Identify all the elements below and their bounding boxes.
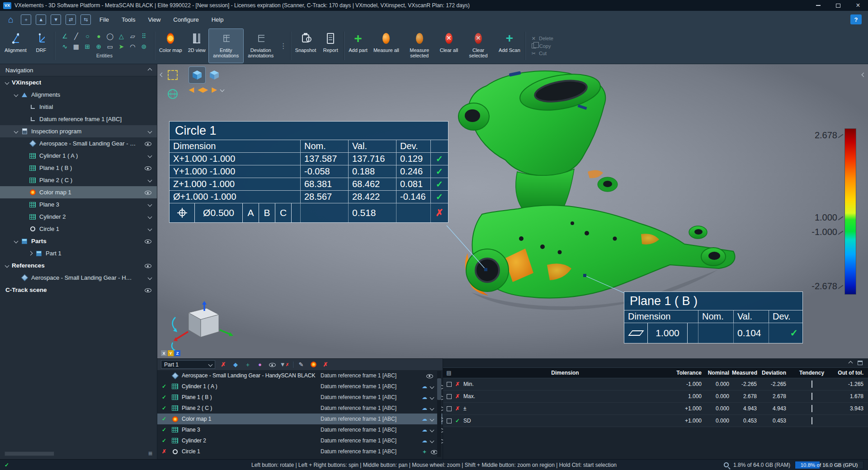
visibility-eye-icon[interactable] [144, 238, 151, 244]
swap-view-icon[interactable]: ◀▶ [198, 86, 208, 93]
tree-item-inspection-program[interactable]: Inspection program [0, 125, 157, 137]
visibility-eye-icon[interactable] [144, 287, 151, 293]
selection-lasso-button[interactable] [165, 67, 181, 83]
collapse-panel-icon[interactable] [849, 361, 853, 365]
result-row-sd[interactable]: ✓ SD +1.000 0.000 0.453 0.453 [443, 415, 868, 427]
chevron-down-icon[interactable] [430, 384, 434, 389]
plane-1-annotation[interactable]: Plane 1 ( B ) Dimension Nom. Val. Dev. 1… [624, 291, 803, 343]
circle-entity-icon[interactable]: ○ [85, 33, 89, 40]
cut-button[interactable]: ✂Cut [532, 51, 553, 56]
paint-tool-icon[interactable]: ● [256, 361, 264, 369]
tree-item-plane-3[interactable]: Plane 3 [0, 198, 157, 211]
sphere-entity-icon[interactable]: ⊕ [96, 43, 102, 50]
entity-row-plane-2[interactable]: ✓ Plane 2 ( C ) Datum reference frame 1 … [157, 403, 443, 414]
row-checkbox[interactable] [447, 382, 452, 387]
result-row-plusminus[interactable]: ✗ ± +1.000 0.000 4.943 4.943 3.943 [443, 403, 868, 415]
entity-row-aerospace[interactable]: Aerospace - Small Landing Gear - HandySC… [157, 370, 443, 381]
menu-tools[interactable]: Tools [116, 13, 141, 27]
open-session-icon[interactable]: ▲ [36, 14, 46, 25]
surface-icon[interactable]: ☁ [422, 405, 427, 411]
rectangle-entity-icon[interactable]: ▭ [107, 43, 113, 50]
surface-icon[interactable]: ☁ [422, 383, 427, 390]
arc-entity-icon[interactable]: ◠ [130, 43, 135, 50]
globe-view-button[interactable] [165, 86, 181, 102]
cone-entity-icon[interactable]: △ [119, 33, 124, 40]
visibility-eye-icon[interactable] [144, 262, 151, 269]
menu-help[interactable]: Help [206, 13, 230, 27]
entity-row-circle-1[interactable]: ✗ Circle 1 Datum reference frame 1 [ABC]… [157, 446, 443, 457]
remove-entity-icon[interactable]: ✗ [219, 361, 227, 369]
close-button[interactable]: × [848, 0, 868, 11]
view-navigation-cube[interactable] [164, 301, 236, 357]
tree-item-initial[interactable]: Initial [0, 101, 157, 113]
add-part-button[interactable]: + Add part [346, 29, 370, 63]
chevron-down-icon[interactable] [430, 417, 434, 421]
copy-button[interactable]: Copy [532, 43, 553, 49]
line-entity-icon[interactable]: ╱ [74, 33, 78, 40]
popout-window-icon[interactable] [858, 361, 863, 365]
horizontal-scrollbar[interactable] [5, 451, 54, 456]
chevron-down-icon[interactable] [430, 395, 434, 400]
ellipse-entity-icon[interactable]: ◯ [107, 33, 114, 40]
tree-item-ctrack-scene[interactable]: C-Track scene [0, 284, 157, 296]
view-mode-cube-alt-button[interactable] [206, 67, 222, 83]
tree-item-aerospace-reference[interactable]: Aerospace - Small Landing Gear - HandySC… [0, 272, 157, 284]
entity-row-cylinder-2[interactable]: ✓ Cylinder 2 Datum reference frame 1 [AB… [157, 435, 443, 446]
tree-item-part-1[interactable]: Part 1 [0, 247, 157, 259]
row-checkbox[interactable] [447, 394, 452, 399]
collapse-panel-icon[interactable] [148, 68, 152, 72]
chevron-down-icon[interactable] [148, 227, 152, 231]
entity-row-color-map-1[interactable]: ✓ Color map 1 Datum reference frame 1 [A… [157, 414, 443, 424]
angle-entity-icon[interactable]: ∠ [62, 33, 68, 40]
save-session-icon[interactable]: ▼ [51, 14, 61, 25]
surface-icon[interactable]: ☁ [422, 416, 427, 422]
result-row-max[interactable]: ✗ Max. 1.000 0.000 2.678 2.678 1.678 [443, 390, 868, 403]
collapse-left-panel-icon[interactable] [158, 70, 165, 80]
help-bubble-icon[interactable]: ? [850, 14, 862, 24]
tree-item-alignments[interactable]: Alignments [0, 89, 157, 101]
add-scan-button[interactable]: + Add Scan [496, 29, 523, 63]
entity-row-plane-3[interactable]: ✓ Plane 3 Datum reference frame 1 [ABC] … [157, 424, 443, 435]
grid-entity-icon[interactable]: ⊞ [85, 43, 90, 50]
surface-icon[interactable]: ☁ [422, 437, 427, 444]
entity-annotations-button[interactable]: Entity annotations [209, 29, 243, 63]
tree-item-datum-frame[interactable]: Datum reference frame 1 [ABC] [0, 113, 157, 125]
vertical-scrollbar[interactable] [437, 371, 441, 457]
edit-pencil-icon[interactable]: ✎ [297, 361, 305, 369]
expander-icon[interactable] [14, 239, 19, 244]
chevron-down-icon[interactable] [148, 129, 152, 134]
tree-item-circle-1[interactable]: Circle 1 [0, 223, 157, 235]
visibility-eye-icon[interactable] [144, 164, 151, 171]
3d-viewport[interactable]: ◀ ◀▶ ▶ Circle 1 Dimension Nom. Val. Dev.… [157, 64, 868, 358]
minimize-button[interactable] [808, 0, 828, 11]
entity-row-cylinder-1[interactable]: ✓ Cylinder 1 ( A ) Datum reference frame… [157, 381, 443, 392]
row-checkbox[interactable] [447, 406, 452, 411]
delete-icon[interactable]: ✗ [321, 361, 330, 369]
chevron-down-icon[interactable] [148, 154, 152, 158]
overflow-dots-icon[interactable]: ⋮ [278, 29, 288, 63]
home-icon[interactable]: ⌂ [4, 14, 18, 25]
axis-icon[interactable]: ＋ [422, 448, 427, 456]
expander-icon[interactable] [14, 129, 19, 134]
shapes-icon[interactable]: ◆ [231, 361, 240, 369]
vector-entity-icon[interactable]: ➤ [119, 43, 124, 50]
visibility-eye-icon[interactable] [268, 361, 276, 369]
tree-item-cylinder-1[interactable]: Cylinder 1 ( A ) [0, 150, 157, 162]
scrollbar-thumb[interactable] [437, 378, 441, 400]
prev-view-icon[interactable]: ◀ [189, 86, 194, 93]
drf-button[interactable]: DRF [30, 29, 52, 63]
measure-selected-button[interactable]: Measure selected [402, 29, 437, 63]
menu-file[interactable]: File [94, 13, 115, 27]
tree-item-cylinder-2[interactable]: Cylinder 2 [0, 211, 157, 223]
color-map-button[interactable]: Color map [156, 29, 185, 63]
view-mode-cube-button[interactable] [189, 67, 205, 83]
view-dropdown-icon[interactable] [220, 87, 225, 92]
import-icon[interactable]: ⇄ [66, 14, 76, 25]
next-view-icon[interactable]: ▶ [212, 86, 217, 93]
color-brush-icon[interactable] [309, 361, 317, 369]
list-view-icon[interactable]: ≡ [148, 450, 152, 458]
2d-view-button[interactable]: 2D view [185, 29, 208, 63]
axis-tool-icon[interactable]: ＋ [244, 361, 252, 369]
expander-icon[interactable] [5, 263, 9, 268]
snapshot-button[interactable]: Snapshot [292, 29, 319, 63]
